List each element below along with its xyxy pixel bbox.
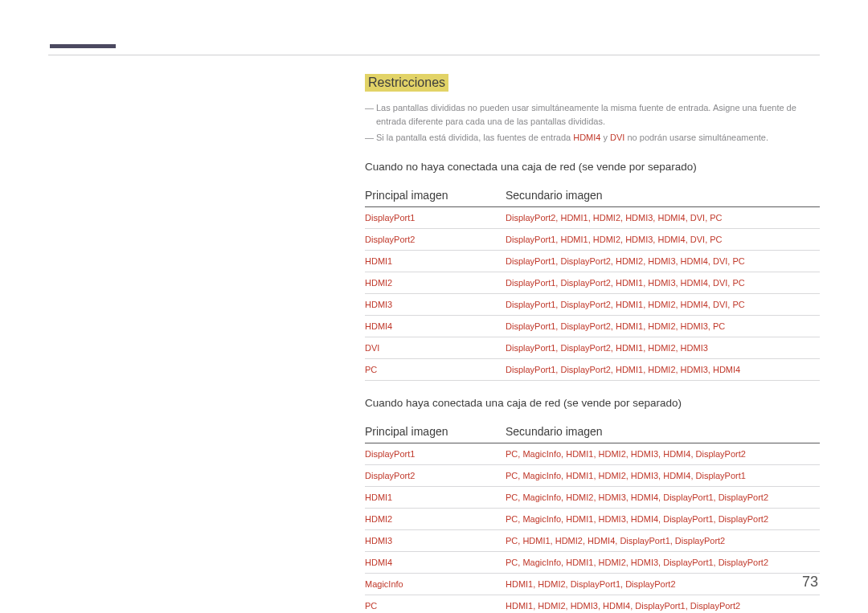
table-row: DisplayPort2PC, MagicInfo, HDMI1, HDMI2,… bbox=[365, 464, 820, 486]
table1-col2-header: Secundario imagen bbox=[506, 184, 820, 207]
principal-cell: DisplayPort1 bbox=[365, 443, 506, 464]
principal-cell: DVI bbox=[365, 337, 506, 358]
principal-cell: PC bbox=[365, 595, 506, 613]
principal-cell: DisplayPort2 bbox=[365, 228, 506, 250]
table1-caption: Cuando no haya conectada una caja de red… bbox=[365, 161, 820, 173]
main-content: Restricciones Las pantallas divididas no… bbox=[365, 74, 820, 613]
table-row: PCHDMI1, HDMI2, HDMI3, HDMI4, DisplayPor… bbox=[365, 595, 820, 613]
secundario-cell: DisplayPort1, DisplayPort2, HDMI1, HDMI2… bbox=[506, 293, 820, 315]
source-label: DVI bbox=[610, 133, 624, 142]
table-row: DisplayPort1PC, MagicInfo, HDMI1, HDMI2,… bbox=[365, 443, 820, 464]
secundario-cell: DisplayPort1, DisplayPort2, HDMI1, HDMI2… bbox=[506, 315, 820, 337]
table-row: PCDisplayPort1, DisplayPort2, HDMI1, HDM… bbox=[365, 358, 820, 380]
table-row: MagicInfoHDMI1, HDMI2, DisplayPort1, Dis… bbox=[365, 573, 820, 595]
source-label: HDMI4 bbox=[573, 133, 600, 142]
principal-cell: DisplayPort1 bbox=[365, 206, 506, 228]
secundario-cell: DisplayPort1, DisplayPort2, HDMI1, HDMI2… bbox=[506, 337, 820, 358]
table-row: HDMI3PC, HDMI1, HDMI2, HDMI4, DisplayPor… bbox=[365, 529, 820, 551]
secundario-cell: DisplayPort1, DisplayPort2, HDMI1, HDMI3… bbox=[506, 272, 820, 293]
secundario-cell: DisplayPort1, DisplayPort2, HDMI1, HDMI2… bbox=[506, 358, 820, 380]
table2-col1-header: Principal imagen bbox=[365, 420, 506, 443]
principal-cell: MagicInfo bbox=[365, 573, 506, 595]
principal-cell: HDMI4 bbox=[365, 551, 506, 573]
table-row: DisplayPort2DisplayPort1, HDMI1, HDMI2, … bbox=[365, 228, 820, 250]
table-row: HDMI4PC, MagicInfo, HDMI1, HDMI2, HDMI3,… bbox=[365, 551, 820, 573]
secundario-cell: HDMI1, HDMI2, HDMI3, HDMI4, DisplayPort1… bbox=[506, 595, 820, 613]
table-row: DVIDisplayPort1, DisplayPort2, HDMI1, HD… bbox=[365, 337, 820, 358]
table-row: DisplayPort1DisplayPort2, HDMI1, HDMI2, … bbox=[365, 206, 820, 228]
note-item: Si la pantalla está dividida, las fuente… bbox=[365, 131, 820, 145]
principal-cell: HDMI2 bbox=[365, 272, 506, 293]
note-item: Las pantallas divididas no pueden usar s… bbox=[365, 101, 820, 128]
table1-col1-header: Principal imagen bbox=[365, 184, 506, 207]
secundario-cell: DisplayPort2, HDMI1, HDMI2, HDMI3, HDMI4… bbox=[506, 206, 820, 228]
section-heading: Restricciones bbox=[365, 74, 448, 92]
table-row: HDMI4DisplayPort1, DisplayPort2, HDMI1, … bbox=[365, 315, 820, 337]
notes-list: Las pantallas divididas no pueden usar s… bbox=[365, 101, 820, 145]
header-divider bbox=[48, 55, 820, 55]
secundario-cell: PC, MagicInfo, HDMI1, HDMI2, HDMI3, HDMI… bbox=[506, 464, 820, 486]
principal-cell: HDMI3 bbox=[365, 293, 506, 315]
header-accent-bar bbox=[50, 44, 116, 48]
secundario-cell: DisplayPort1, HDMI1, HDMI2, HDMI3, HDMI4… bbox=[506, 228, 820, 250]
table-row: HDMI1DisplayPort1, DisplayPort2, HDMI2, … bbox=[365, 250, 820, 272]
principal-cell: PC bbox=[365, 358, 506, 380]
principal-cell: HDMI4 bbox=[365, 315, 506, 337]
secundario-cell: PC, MagicInfo, HDMI1, HDMI2, HDMI3, HDMI… bbox=[506, 443, 820, 464]
page-number: 73 bbox=[802, 574, 818, 591]
principal-cell: HDMI3 bbox=[365, 529, 506, 551]
principal-cell: HDMI2 bbox=[365, 508, 506, 529]
table2-caption: Cuando haya conectada una caja de red (s… bbox=[365, 397, 820, 409]
secundario-cell: PC, MagicInfo, HDMI1, HDMI2, HDMI3, Disp… bbox=[506, 551, 820, 573]
secundario-cell: DisplayPort1, DisplayPort2, HDMI2, HDMI3… bbox=[506, 250, 820, 272]
secundario-cell: PC, HDMI1, HDMI2, HDMI4, DisplayPort1, D… bbox=[506, 529, 820, 551]
principal-cell: HDMI1 bbox=[365, 250, 506, 272]
principal-cell: HDMI1 bbox=[365, 486, 506, 508]
table-row: HDMI2PC, MagicInfo, HDMI1, HDMI3, HDMI4,… bbox=[365, 508, 820, 529]
secundario-cell: HDMI1, HDMI2, DisplayPort1, DisplayPort2 bbox=[506, 573, 820, 595]
principal-cell: DisplayPort2 bbox=[365, 464, 506, 486]
secundario-cell: PC, MagicInfo, HDMI1, HDMI3, HDMI4, Disp… bbox=[506, 508, 820, 529]
secundario-cell: PC, MagicInfo, HDMI2, HDMI3, HDMI4, Disp… bbox=[506, 486, 820, 508]
table-with-network-box: Principal imagen Secundario imagen Displ… bbox=[365, 420, 820, 614]
table-row: HDMI1PC, MagicInfo, HDMI2, HDMI3, HDMI4,… bbox=[365, 486, 820, 508]
table2-col2-header: Secundario imagen bbox=[506, 420, 820, 443]
table-without-network-box: Principal imagen Secundario imagen Displ… bbox=[365, 184, 820, 381]
table-row: HDMI3DisplayPort1, DisplayPort2, HDMI1, … bbox=[365, 293, 820, 315]
table-row: HDMI2DisplayPort1, DisplayPort2, HDMI1, … bbox=[365, 272, 820, 293]
